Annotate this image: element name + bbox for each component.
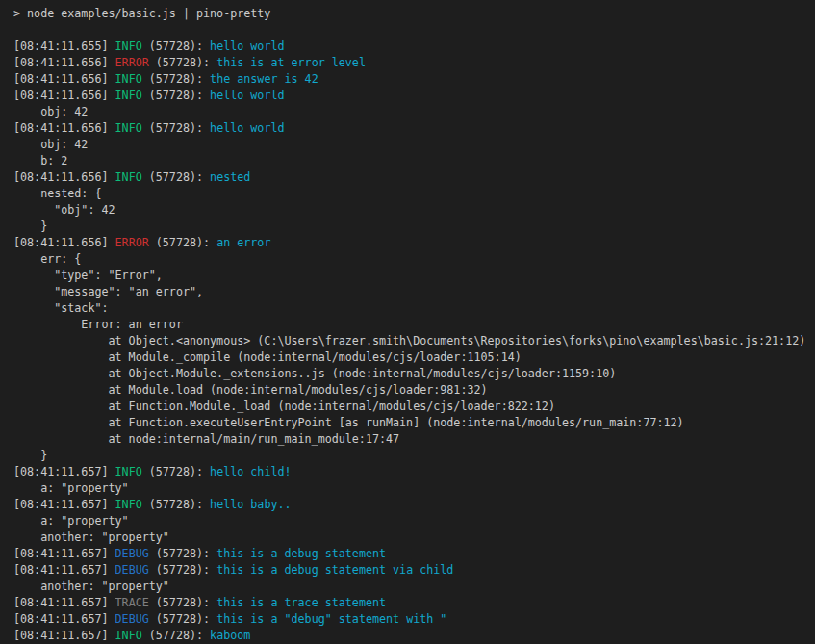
log-segment-default: (57728): bbox=[149, 612, 216, 626]
terminal-line: err: { bbox=[13, 251, 815, 268]
log-segment-debug: DEBUG bbox=[115, 612, 149, 626]
log-segment-info: INFO bbox=[115, 39, 142, 53]
log-segment-default: [08:41:11.657] bbox=[13, 465, 115, 478]
terminal-line: [08:41:11.657] TRACE (57728): this is a … bbox=[13, 595, 815, 611]
terminal-line: another: "property" bbox=[13, 529, 815, 546]
terminal-line: "obj": 42 bbox=[13, 202, 815, 219]
log-segment-default: [08:41:11.656] bbox=[13, 236, 115, 249]
log-segment-default: (57728): bbox=[142, 72, 210, 86]
terminal-line: [08:41:11.657] DEBUG (57728): this is a … bbox=[13, 611, 815, 628]
log-segment-default: } bbox=[13, 449, 47, 462]
log-segment-default: (57728): bbox=[149, 236, 216, 249]
log-segment-message: this is a trace statement bbox=[216, 596, 386, 609]
terminal-line: [08:41:11.657] DEBUG (57728): this is a … bbox=[13, 546, 815, 562]
terminal-line: [08:41:11.656] INFO (57728): nested bbox=[13, 169, 815, 186]
terminal-line: b: 2 bbox=[13, 153, 815, 169]
log-segment-default: err: { bbox=[13, 252, 81, 266]
log-segment-default: [08:41:11.657] bbox=[13, 563, 115, 577]
terminal-line: obj: 42 bbox=[13, 104, 815, 120]
log-segment-default: (57728): bbox=[142, 498, 210, 511]
log-segment-default: another: "property" bbox=[13, 580, 169, 593]
terminal-line: at Function.executeUserEntryPoint [as ru… bbox=[13, 415, 815, 431]
log-segment-info: INFO bbox=[115, 89, 142, 102]
log-segment-default: b: 2 bbox=[13, 154, 67, 167]
terminal-line: at Module._compile (node:internal/module… bbox=[13, 349, 815, 366]
log-segment-default: (57728): bbox=[149, 56, 216, 69]
log-segment-debug: DEBUG bbox=[115, 563, 149, 577]
log-segment-default: (57728): bbox=[149, 596, 216, 609]
terminal-line: a: "property" bbox=[13, 513, 815, 529]
log-segment-info: INFO bbox=[115, 121, 142, 135]
log-segment-message: hello world bbox=[210, 39, 284, 53]
log-segment-message: this is a debug statement bbox=[216, 547, 386, 560]
log-segment-default: (57728): bbox=[142, 89, 210, 102]
log-segment-default: (57728): bbox=[142, 170, 210, 184]
log-segment-debug: DEBUG bbox=[115, 547, 149, 560]
terminal-line: another: "property" bbox=[13, 579, 815, 595]
terminal-line: [08:41:11.657] DEBUG (57728): this is a … bbox=[13, 562, 815, 579]
log-segment-default: at Module._compile (node:internal/module… bbox=[13, 350, 522, 364]
log-segment-default: obj: 42 bbox=[13, 138, 88, 151]
log-segment-default: } bbox=[13, 219, 47, 233]
log-segment-default: "stack": bbox=[13, 301, 109, 315]
terminal-line: [08:41:11.655] INFO (57728): hello world bbox=[13, 39, 815, 55]
log-segment-info: INFO bbox=[115, 72, 142, 86]
log-segment-default: (57728): bbox=[142, 39, 210, 53]
log-segment-default: at Function.Module._load (node:internal/… bbox=[13, 399, 555, 413]
log-segment-default: [08:41:11.656] bbox=[13, 89, 115, 102]
log-segment-default: [08:41:11.657] bbox=[13, 629, 115, 642]
command-prompt-line: > node examples/basic.js | pino-pretty bbox=[13, 6, 815, 22]
log-segment-default: at Object.<anonymous> (C:\Users\frazer.s… bbox=[13, 334, 805, 348]
terminal-window: > node examples/basic.js | pino-pretty [… bbox=[0, 0, 815, 644]
log-segment-default: [08:41:11.657] bbox=[13, 596, 115, 609]
terminal-line: "message": "an error", bbox=[13, 284, 815, 300]
log-segment-message: nested bbox=[210, 170, 250, 184]
log-segment-default: nested: { bbox=[13, 187, 101, 200]
log-segment-message: this is at error level bbox=[216, 56, 366, 69]
log-segment-default: another: "property" bbox=[13, 530, 169, 544]
log-segment-default: at node:internal/main/run_main_module:17… bbox=[13, 432, 399, 446]
log-segment-default: at Module.load (node:internal/modules/cj… bbox=[13, 383, 488, 397]
terminal-line: [08:41:11.656] INFO (57728): hello world bbox=[13, 120, 815, 137]
terminal-line: [08:41:11.656] INFO (57728): the answer … bbox=[13, 71, 815, 88]
terminal-line: "stack": bbox=[13, 300, 815, 317]
terminal-line: [08:41:11.656] ERROR (57728): this is at… bbox=[13, 55, 815, 71]
log-segment-default: [08:41:11.655] bbox=[13, 39, 115, 53]
log-segment-message: this is a "debug" statement with " bbox=[216, 612, 446, 626]
terminal-line: at Object.Module._extensions..js (node:i… bbox=[13, 366, 815, 382]
blank-line bbox=[13, 22, 815, 39]
log-segment-default: [08:41:11.656] bbox=[13, 72, 115, 86]
log-segment-default: a: "property" bbox=[13, 514, 129, 528]
terminal-line: [08:41:11.657] INFO (57728): kaboom bbox=[13, 628, 815, 644]
log-segment-info: INFO bbox=[115, 465, 142, 478]
terminal-line: } bbox=[13, 448, 815, 464]
log-segment-error: ERROR bbox=[115, 236, 149, 249]
log-segment-default: at Object.Module._extensions..js (node:i… bbox=[13, 367, 616, 380]
log-segment-error: ERROR bbox=[115, 56, 149, 69]
log-segment-message: hello world bbox=[210, 89, 284, 102]
log-segment-default: [08:41:11.656] bbox=[13, 56, 115, 69]
log-segment-info: INFO bbox=[115, 629, 142, 642]
terminal-line: a: "property" bbox=[13, 480, 815, 497]
log-segment-message: hello child! bbox=[210, 465, 291, 478]
log-segment-default: [08:41:11.656] bbox=[13, 121, 115, 135]
log-segment-message: hello world bbox=[210, 121, 284, 135]
log-segment-default: "message": "an error", bbox=[13, 285, 203, 298]
terminal-line: at Function.Module._load (node:internal/… bbox=[13, 399, 815, 415]
log-segment-message: kaboom bbox=[210, 629, 250, 642]
log-segment-default: (57728): bbox=[142, 629, 210, 642]
terminal-line: [08:41:11.656] ERROR (57728): an error bbox=[13, 235, 815, 251]
log-segment-default: "type": "Error", bbox=[13, 269, 163, 282]
terminal-line: } bbox=[13, 219, 815, 235]
log-segment-default: [08:41:11.657] bbox=[13, 547, 115, 560]
log-segment-default: (57728): bbox=[149, 547, 216, 560]
log-segment-default: (57728): bbox=[149, 563, 216, 577]
terminal-line: [08:41:11.656] INFO (57728): hello world bbox=[13, 88, 815, 104]
log-segment-default: [08:41:11.657] bbox=[13, 498, 115, 511]
terminal-line: at node:internal/main/run_main_module:17… bbox=[13, 431, 815, 448]
terminal-line: obj: 42 bbox=[13, 137, 815, 153]
log-segment-default: [08:41:11.657] bbox=[13, 612, 115, 626]
log-segment-info: INFO bbox=[115, 170, 142, 184]
log-segment-message: this is a debug statement via child bbox=[216, 563, 453, 577]
terminal-line: "type": "Error", bbox=[13, 268, 815, 284]
